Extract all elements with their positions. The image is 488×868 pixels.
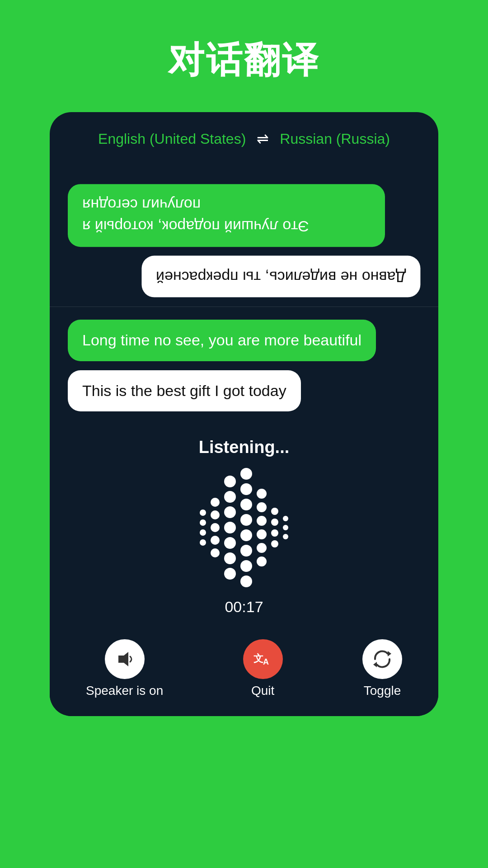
dot [211, 523, 220, 532]
dot [200, 519, 206, 526]
dot [240, 514, 252, 526]
wave-col-5 [257, 489, 267, 566]
wave-col-6 [271, 508, 278, 547]
quit-label: Quit [251, 684, 274, 698]
quit-icon-container: 文 A [243, 639, 283, 679]
dot [257, 489, 267, 499]
dot [224, 506, 236, 518]
listening-status: Listening... [199, 438, 290, 457]
speaker-icon-container [105, 639, 145, 679]
dot [271, 529, 278, 537]
left-language[interactable]: English (United States) [98, 131, 246, 147]
dot [271, 519, 278, 526]
speaker-button[interactable]: Speaker is on [86, 639, 163, 698]
svg-text:文: 文 [253, 653, 263, 664]
dot [224, 537, 236, 549]
main-card: English (United States) ⇌ Russian (Russi… [50, 112, 438, 716]
language-bar: English (United States) ⇌ Russian (Russi… [50, 130, 438, 162]
dot [224, 552, 236, 564]
right-language[interactable]: Russian (Russia) [280, 131, 390, 147]
chat-area-bottom: Long time no see, you are more beautiful… [50, 307, 438, 424]
dot [200, 509, 206, 516]
dot [211, 548, 220, 557]
toggle-button[interactable]: Toggle [362, 639, 402, 698]
wave-col-7 [283, 516, 288, 539]
bottom-bar: Speaker is on 文 A Quit [50, 627, 438, 716]
listening-section: Listening... [50, 424, 438, 627]
normal-bubble-white: This is the best gift I got today [68, 370, 301, 412]
dot [271, 540, 278, 547]
dot [240, 560, 252, 572]
dot [200, 529, 206, 536]
chat-area-top: Это лучший подарок, который я получил се… [50, 162, 438, 307]
normal-bubble-green: Long time no see, you are more beautiful [68, 320, 376, 361]
dot [211, 536, 220, 545]
dot [240, 483, 252, 495]
dot [224, 522, 236, 533]
flipped-bubble-white: Давно не виделись, ты прекрасней [141, 256, 420, 297]
waveform [200, 468, 288, 587]
toggle-icon-container [362, 639, 402, 679]
dot [271, 508, 278, 515]
dot [224, 476, 236, 487]
app-title: 对话翻译 [168, 36, 320, 85]
translate-icon: 文 A [251, 647, 275, 671]
wave-col-2 [211, 498, 220, 557]
dot [240, 529, 252, 541]
dot [211, 498, 220, 507]
svg-text:A: A [263, 657, 269, 666]
quit-button[interactable]: 文 A Quit [243, 639, 283, 698]
speaker-icon [114, 648, 136, 670]
dot [257, 502, 267, 512]
dot [240, 545, 252, 557]
dot [283, 534, 288, 539]
dot [257, 543, 267, 553]
svg-marker-3 [388, 651, 391, 656]
dot [224, 568, 236, 580]
dot [283, 525, 288, 530]
dot [257, 557, 267, 566]
dot [240, 576, 252, 587]
dot [240, 468, 252, 480]
toggle-icon [371, 648, 393, 670]
dot [211, 510, 220, 519]
svg-marker-4 [373, 662, 377, 667]
toggle-label: Toggle [364, 684, 401, 698]
flipped-bubble-green: Это лучший подарок, который я получил се… [68, 184, 385, 247]
wave-col-4 [240, 468, 252, 587]
dot [257, 529, 267, 539]
svg-marker-0 [118, 652, 128, 666]
dot [283, 516, 288, 521]
timer-display: 00:17 [225, 598, 263, 616]
dot [240, 499, 252, 510]
dot [200, 539, 206, 546]
wave-col-1 [200, 509, 206, 546]
dot [224, 491, 236, 503]
dot [257, 516, 267, 526]
wave-col-3 [224, 476, 236, 580]
swap-icon[interactable]: ⇌ [257, 130, 269, 147]
speaker-label: Speaker is on [86, 684, 163, 698]
